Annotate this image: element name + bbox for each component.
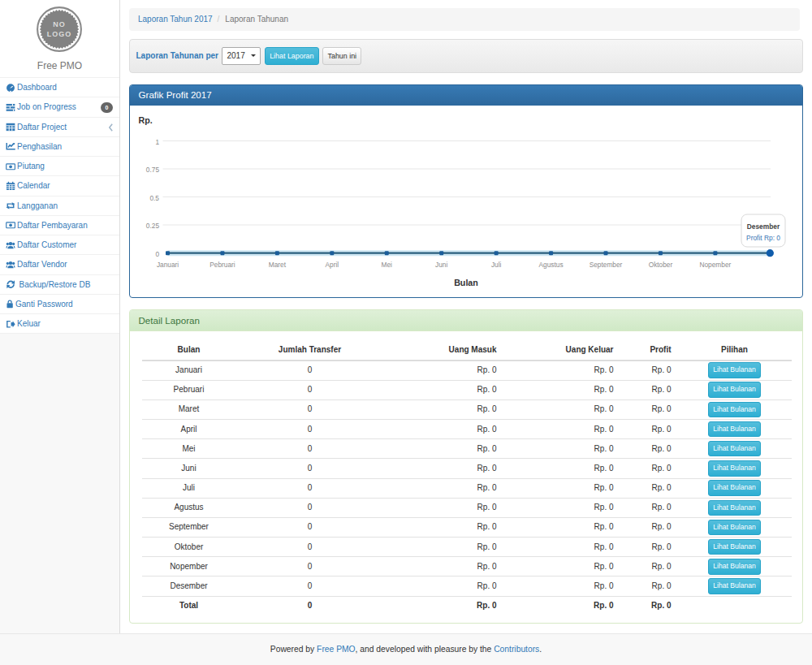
svg-text:Pebruari: Pebruari [209, 261, 235, 269]
svg-text:Profit Rp: 0: Profit Rp: 0 [746, 234, 780, 242]
svg-text:Rp.: Rp. [138, 114, 152, 124]
svg-text:0: 0 [155, 249, 159, 257]
svg-text:Mei: Mei [381, 261, 392, 269]
svg-text:April: April [325, 261, 339, 269]
svg-text:0.75: 0.75 [145, 166, 159, 174]
svg-text:Oktober: Oktober [648, 261, 672, 269]
svg-text:NO: NO [53, 20, 66, 28]
svg-text:0.25: 0.25 [145, 222, 159, 230]
svg-text:Nopember: Nopember [699, 261, 731, 269]
svg-text:Agustus: Agustus [538, 261, 563, 269]
svg-text:Juli: Juli [490, 261, 501, 269]
svg-text:0.5: 0.5 [149, 193, 159, 201]
svg-text:Desember: Desember [746, 222, 780, 231]
svg-text:September: September [589, 261, 622, 269]
svg-text:1: 1 [155, 137, 159, 145]
svg-text:LOGO: LOGO [47, 30, 72, 38]
svg-text:Juni: Juni [435, 261, 447, 269]
svg-text:Maret: Maret [268, 261, 286, 269]
svg-text:Bulan: Bulan [454, 278, 478, 287]
svg-text:Januari: Januari [156, 261, 178, 269]
